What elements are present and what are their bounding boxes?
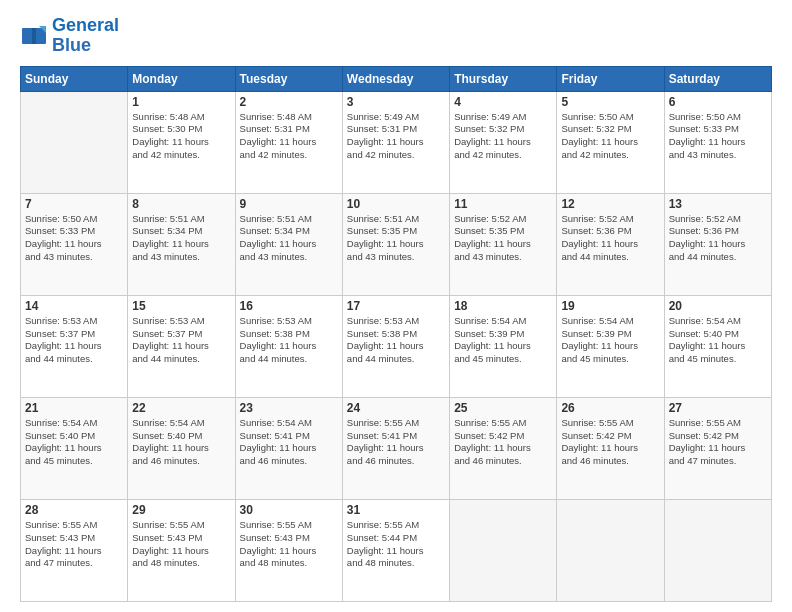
day-info: Sunrise: 5:51 AM Sunset: 5:34 PM Dayligh… [240, 213, 338, 264]
week-row-3: 14Sunrise: 5:53 AM Sunset: 5:37 PM Dayli… [21, 295, 772, 397]
svg-rect-1 [22, 28, 33, 44]
day-info: Sunrise: 5:52 AM Sunset: 5:36 PM Dayligh… [561, 213, 659, 264]
week-row-2: 7Sunrise: 5:50 AM Sunset: 5:33 PM Daylig… [21, 193, 772, 295]
day-info: Sunrise: 5:55 AM Sunset: 5:43 PM Dayligh… [132, 519, 230, 570]
calendar-cell: 21Sunrise: 5:54 AM Sunset: 5:40 PM Dayli… [21, 397, 128, 499]
day-info: Sunrise: 5:55 AM Sunset: 5:43 PM Dayligh… [240, 519, 338, 570]
day-number: 25 [454, 401, 552, 415]
day-number: 8 [132, 197, 230, 211]
day-info: Sunrise: 5:55 AM Sunset: 5:44 PM Dayligh… [347, 519, 445, 570]
calendar-cell: 5Sunrise: 5:50 AM Sunset: 5:32 PM Daylig… [557, 91, 664, 193]
day-info: Sunrise: 5:49 AM Sunset: 5:31 PM Dayligh… [347, 111, 445, 162]
calendar-cell: 28Sunrise: 5:55 AM Sunset: 5:43 PM Dayli… [21, 499, 128, 601]
calendar-cell: 16Sunrise: 5:53 AM Sunset: 5:38 PM Dayli… [235, 295, 342, 397]
day-info: Sunrise: 5:55 AM Sunset: 5:42 PM Dayligh… [454, 417, 552, 468]
day-info: Sunrise: 5:54 AM Sunset: 5:39 PM Dayligh… [561, 315, 659, 366]
day-info: Sunrise: 5:54 AM Sunset: 5:40 PM Dayligh… [25, 417, 123, 468]
day-number: 31 [347, 503, 445, 517]
weekday-header-thursday: Thursday [450, 66, 557, 91]
calendar-cell: 14Sunrise: 5:53 AM Sunset: 5:37 PM Dayli… [21, 295, 128, 397]
day-number: 6 [669, 95, 767, 109]
weekday-header-friday: Friday [557, 66, 664, 91]
week-row-1: 1Sunrise: 5:48 AM Sunset: 5:30 PM Daylig… [21, 91, 772, 193]
day-info: Sunrise: 5:51 AM Sunset: 5:35 PM Dayligh… [347, 213, 445, 264]
day-number: 28 [25, 503, 123, 517]
calendar-cell [557, 499, 664, 601]
calendar-cell: 8Sunrise: 5:51 AM Sunset: 5:34 PM Daylig… [128, 193, 235, 295]
day-number: 2 [240, 95, 338, 109]
day-info: Sunrise: 5:53 AM Sunset: 5:38 PM Dayligh… [240, 315, 338, 366]
calendar-cell: 23Sunrise: 5:54 AM Sunset: 5:41 PM Dayli… [235, 397, 342, 499]
day-info: Sunrise: 5:53 AM Sunset: 5:37 PM Dayligh… [25, 315, 123, 366]
day-number: 10 [347, 197, 445, 211]
day-info: Sunrise: 5:53 AM Sunset: 5:38 PM Dayligh… [347, 315, 445, 366]
day-info: Sunrise: 5:52 AM Sunset: 5:36 PM Dayligh… [669, 213, 767, 264]
day-number: 22 [132, 401, 230, 415]
weekday-header-sunday: Sunday [21, 66, 128, 91]
day-number: 27 [669, 401, 767, 415]
logo-icon [20, 22, 48, 50]
calendar-cell: 18Sunrise: 5:54 AM Sunset: 5:39 PM Dayli… [450, 295, 557, 397]
day-number: 19 [561, 299, 659, 313]
weekday-header-saturday: Saturday [664, 66, 771, 91]
weekday-header-wednesday: Wednesday [342, 66, 449, 91]
calendar-cell: 27Sunrise: 5:55 AM Sunset: 5:42 PM Dayli… [664, 397, 771, 499]
day-number: 20 [669, 299, 767, 313]
day-number: 26 [561, 401, 659, 415]
day-info: Sunrise: 5:55 AM Sunset: 5:43 PM Dayligh… [25, 519, 123, 570]
calendar-cell: 6Sunrise: 5:50 AM Sunset: 5:33 PM Daylig… [664, 91, 771, 193]
day-number: 16 [240, 299, 338, 313]
calendar-table: SundayMondayTuesdayWednesdayThursdayFrid… [20, 66, 772, 602]
page: General Blue SundayMondayTuesdayWednesda… [0, 0, 792, 612]
calendar-cell: 15Sunrise: 5:53 AM Sunset: 5:37 PM Dayli… [128, 295, 235, 397]
day-number: 30 [240, 503, 338, 517]
day-number: 17 [347, 299, 445, 313]
calendar-cell: 10Sunrise: 5:51 AM Sunset: 5:35 PM Dayli… [342, 193, 449, 295]
calendar-cell: 29Sunrise: 5:55 AM Sunset: 5:43 PM Dayli… [128, 499, 235, 601]
calendar-cell: 24Sunrise: 5:55 AM Sunset: 5:41 PM Dayli… [342, 397, 449, 499]
day-number: 1 [132, 95, 230, 109]
calendar-cell [21, 91, 128, 193]
day-info: Sunrise: 5:54 AM Sunset: 5:40 PM Dayligh… [669, 315, 767, 366]
day-info: Sunrise: 5:55 AM Sunset: 5:42 PM Dayligh… [669, 417, 767, 468]
weekday-header-tuesday: Tuesday [235, 66, 342, 91]
day-info: Sunrise: 5:52 AM Sunset: 5:35 PM Dayligh… [454, 213, 552, 264]
day-info: Sunrise: 5:54 AM Sunset: 5:40 PM Dayligh… [132, 417, 230, 468]
day-info: Sunrise: 5:54 AM Sunset: 5:39 PM Dayligh… [454, 315, 552, 366]
weekday-header-row: SundayMondayTuesdayWednesdayThursdayFrid… [21, 66, 772, 91]
calendar-cell: 20Sunrise: 5:54 AM Sunset: 5:40 PM Dayli… [664, 295, 771, 397]
week-row-4: 21Sunrise: 5:54 AM Sunset: 5:40 PM Dayli… [21, 397, 772, 499]
day-info: Sunrise: 5:55 AM Sunset: 5:42 PM Dayligh… [561, 417, 659, 468]
day-info: Sunrise: 5:51 AM Sunset: 5:34 PM Dayligh… [132, 213, 230, 264]
day-info: Sunrise: 5:50 AM Sunset: 5:33 PM Dayligh… [669, 111, 767, 162]
day-number: 9 [240, 197, 338, 211]
calendar-cell: 11Sunrise: 5:52 AM Sunset: 5:35 PM Dayli… [450, 193, 557, 295]
day-number: 12 [561, 197, 659, 211]
calendar-cell: 2Sunrise: 5:48 AM Sunset: 5:31 PM Daylig… [235, 91, 342, 193]
day-number: 3 [347, 95, 445, 109]
calendar-cell: 7Sunrise: 5:50 AM Sunset: 5:33 PM Daylig… [21, 193, 128, 295]
day-number: 21 [25, 401, 123, 415]
calendar-cell: 12Sunrise: 5:52 AM Sunset: 5:36 PM Dayli… [557, 193, 664, 295]
day-number: 7 [25, 197, 123, 211]
calendar-cell: 19Sunrise: 5:54 AM Sunset: 5:39 PM Dayli… [557, 295, 664, 397]
calendar-cell: 30Sunrise: 5:55 AM Sunset: 5:43 PM Dayli… [235, 499, 342, 601]
day-number: 23 [240, 401, 338, 415]
day-number: 14 [25, 299, 123, 313]
week-row-5: 28Sunrise: 5:55 AM Sunset: 5:43 PM Dayli… [21, 499, 772, 601]
calendar-cell: 22Sunrise: 5:54 AM Sunset: 5:40 PM Dayli… [128, 397, 235, 499]
weekday-header-monday: Monday [128, 66, 235, 91]
logo-text: General Blue [52, 16, 119, 56]
day-number: 4 [454, 95, 552, 109]
day-info: Sunrise: 5:53 AM Sunset: 5:37 PM Dayligh… [132, 315, 230, 366]
day-info: Sunrise: 5:50 AM Sunset: 5:32 PM Dayligh… [561, 111, 659, 162]
calendar-cell: 13Sunrise: 5:52 AM Sunset: 5:36 PM Dayli… [664, 193, 771, 295]
calendar-cell: 25Sunrise: 5:55 AM Sunset: 5:42 PM Dayli… [450, 397, 557, 499]
day-info: Sunrise: 5:54 AM Sunset: 5:41 PM Dayligh… [240, 417, 338, 468]
calendar-cell: 4Sunrise: 5:49 AM Sunset: 5:32 PM Daylig… [450, 91, 557, 193]
logo: General Blue [20, 16, 119, 56]
calendar-cell: 9Sunrise: 5:51 AM Sunset: 5:34 PM Daylig… [235, 193, 342, 295]
day-number: 24 [347, 401, 445, 415]
header: General Blue [20, 16, 772, 56]
calendar-cell [450, 499, 557, 601]
